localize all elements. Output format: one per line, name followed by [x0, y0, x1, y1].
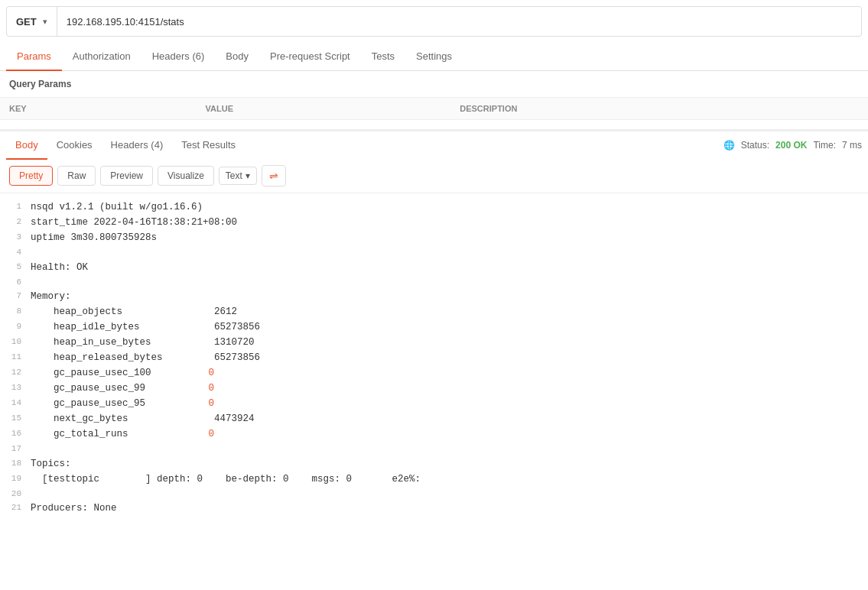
table-row — [0, 120, 868, 130]
code-line: 17 — [0, 442, 868, 456]
line-number: 11 — [0, 350, 31, 365]
format-chevron-icon: ▾ — [245, 170, 250, 181]
url-input[interactable] — [57, 16, 861, 28]
query-params-title: Query Params — [0, 71, 868, 98]
tab-authorization[interactable]: Authorization — [62, 43, 141, 71]
code-line: 18Topics: — [0, 456, 868, 472]
time-value: 7 ms — [842, 140, 862, 151]
code-body: 1nsqd v1.2.1 (built w/go1.16.6)2start_ti… — [0, 193, 868, 522]
line-content: start_time 2022-04-16T18:38:21+08:00 — [31, 215, 868, 230]
tab-settings[interactable]: Settings — [405, 43, 463, 71]
line-number: 20 — [0, 487, 31, 501]
response-tab-body[interactable]: Body — [6, 131, 47, 160]
line-content: uptime 3m30.800735928s — [31, 230, 868, 245]
code-line: 8 heap_objects 2612 — [0, 304, 868, 319]
line-content: next_gc_bytes 4473924 — [31, 411, 868, 426]
line-number: 3 — [0, 230, 31, 245]
code-line: 14 gc_pause_usec_95 0 — [0, 396, 868, 411]
status-value: 200 OK — [775, 140, 807, 151]
line-number: 7 — [0, 289, 31, 303]
params-table: KEY VALUE DESCRIPTION — [0, 98, 868, 130]
code-line: 19 [testtopic ] depth: 0 be-depth: 0 msg… — [0, 472, 868, 487]
method-label: GET — [16, 16, 37, 28]
code-line: 3uptime 3m30.800735928s — [0, 230, 868, 245]
pretty-button[interactable]: Pretty — [9, 166, 53, 186]
code-line: 12 gc_pause_usec_100 0 — [0, 365, 868, 381]
line-content: Health: OK — [31, 260, 868, 275]
line-number: 8 — [0, 304, 31, 319]
tab-prerequest[interactable]: Pre-request Script — [259, 43, 361, 71]
line-content: Topics: — [31, 456, 868, 472]
code-line: 9 heap_idle_bytes 65273856 — [0, 319, 868, 335]
wrap-button[interactable]: ⇌ — [262, 165, 286, 186]
code-line: 10 heap_in_use_bytes 1310720 — [0, 335, 868, 350]
line-number: 21 — [0, 501, 31, 515]
response-meta: 🌐 Status: 200 OK Time: 7 ms — [723, 140, 862, 151]
line-content: [testtopic ] depth: 0 be-depth: 0 msgs: … — [31, 472, 868, 487]
globe-icon: 🌐 — [723, 140, 735, 151]
line-number: 16 — [0, 426, 31, 441]
tab-headers[interactable]: Headers (6) — [141, 43, 216, 71]
response-bar: Body Cookies Headers (4) Test Results 🌐 … — [0, 130, 868, 159]
line-number: 15 — [0, 411, 31, 426]
line-number: 9 — [0, 319, 31, 334]
line-content: gc_pause_usec_95 0 — [31, 396, 868, 411]
code-line: 20 — [0, 487, 868, 501]
line-number: 18 — [0, 456, 31, 471]
line-content: nsqd v1.2.1 (built w/go1.16.6) — [31, 199, 868, 215]
line-content: gc_pause_usec_100 0 — [31, 365, 868, 381]
line-number: 10 — [0, 335, 31, 349]
url-bar: GET ▾ — [6, 6, 862, 37]
tab-body[interactable]: Body — [215, 43, 259, 71]
code-line: 2start_time 2022-04-16T18:38:21+08:00 — [0, 215, 868, 230]
line-number: 19 — [0, 472, 31, 486]
response-tabs: Body Cookies Headers (4) Test Results — [6, 131, 245, 159]
line-number: 1 — [0, 199, 31, 214]
code-line: 15 next_gc_bytes 4473924 — [0, 411, 868, 426]
col-value: VALUE — [197, 98, 451, 120]
col-key: KEY — [0, 98, 197, 120]
line-content: Memory: — [31, 289, 868, 304]
line-content: gc_total_runs 0 — [31, 426, 868, 442]
code-line: 6 — [0, 275, 868, 290]
line-number: 12 — [0, 365, 31, 380]
code-line: 5Health: OK — [0, 260, 868, 275]
code-line: 11 heap_released_bytes 65273856 — [0, 350, 868, 365]
response-tab-testresults[interactable]: Test Results — [172, 131, 245, 160]
line-number: 13 — [0, 381, 31, 395]
code-line: 7Memory: — [0, 289, 868, 304]
line-content: heap_idle_bytes 65273856 — [31, 319, 868, 335]
line-content: heap_released_bytes 65273856 — [31, 350, 868, 365]
visualize-button[interactable]: Visualize — [158, 166, 214, 186]
code-line: 16 gc_total_runs 0 — [0, 426, 868, 442]
format-select[interactable]: Text ▾ — [219, 167, 257, 185]
method-selector[interactable]: GET ▾ — [7, 7, 57, 36]
response-tab-headers[interactable]: Headers (4) — [102, 131, 173, 160]
format-label: Text — [226, 170, 242, 181]
line-number: 17 — [0, 442, 31, 456]
preview-button[interactable]: Preview — [100, 166, 153, 186]
status-label: Status: — [741, 140, 769, 151]
line-number: 6 — [0, 275, 31, 290]
raw-button[interactable]: Raw — [57, 166, 96, 186]
col-description: DESCRIPTION — [450, 98, 868, 120]
tab-params[interactable]: Params — [6, 43, 62, 71]
line-content: heap_objects 2612 — [31, 304, 868, 319]
tab-tests[interactable]: Tests — [361, 43, 405, 71]
code-line: 1nsqd v1.2.1 (built w/go1.16.6) — [0, 199, 868, 215]
line-content: gc_pause_usec_99 0 — [31, 381, 868, 396]
line-number: 5 — [0, 260, 31, 274]
line-content: Producers: None — [31, 501, 868, 516]
response-tab-cookies[interactable]: Cookies — [47, 131, 102, 160]
line-number: 2 — [0, 215, 31, 229]
line-number: 4 — [0, 245, 31, 260]
line-number: 14 — [0, 396, 31, 410]
request-tabs: Params Authorization Headers (6) Body Pr… — [0, 43, 868, 71]
time-label: Time: — [813, 140, 836, 151]
code-line: 4 — [0, 245, 868, 260]
view-controls: Pretty Raw Preview Visualize Text ▾ ⇌ — [0, 159, 868, 193]
code-line: 21Producers: None — [0, 501, 868, 516]
line-content: heap_in_use_bytes 1310720 — [31, 335, 868, 350]
code-line: 13 gc_pause_usec_99 0 — [0, 381, 868, 396]
chevron-down-icon: ▾ — [43, 17, 47, 27]
